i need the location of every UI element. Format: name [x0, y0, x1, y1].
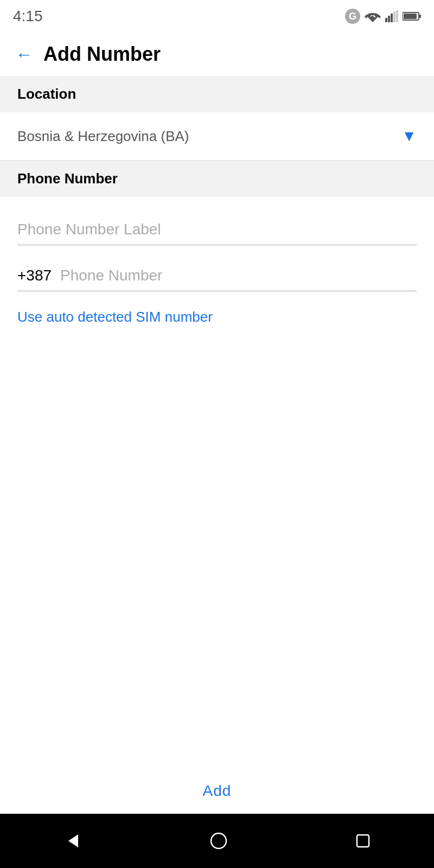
svg-rect-3 — [393, 11, 395, 22]
country-code: +387 — [17, 267, 52, 284]
battery-icon — [403, 11, 421, 21]
chevron-down-icon: ▼ — [401, 127, 417, 145]
form-area: +387 Use auto detected SIM number — [0, 197, 434, 326]
add-button-container: Add — [0, 774, 434, 808]
svg-point-9 — [211, 833, 226, 848]
nav-back-icon — [63, 831, 82, 851]
nav-back-button[interactable] — [63, 831, 82, 851]
status-icons: G — [345, 9, 421, 24]
wifi-icon — [365, 10, 381, 22]
nav-home-icon — [209, 831, 228, 851]
location-header-text: Location — [17, 86, 76, 102]
status-time: 4:15 — [13, 8, 43, 25]
nav-bar — [0, 814, 434, 868]
nav-recent-button[interactable] — [355, 833, 371, 849]
status-bar: 4:15 G — [0, 0, 434, 33]
svg-rect-4 — [396, 10, 398, 22]
phone-number-section-header: Phone Number — [0, 161, 434, 197]
app-bar: ← Add Number — [0, 33, 434, 76]
svg-rect-1 — [388, 16, 390, 22]
location-section-header: Location — [0, 76, 434, 112]
back-button[interactable]: ← — [9, 39, 39, 69]
nav-home-button[interactable] — [209, 831, 228, 851]
phone-number-input[interactable] — [60, 267, 417, 284]
back-icon: ← — [15, 44, 33, 65]
location-row[interactable]: Bosnia & Herzegovina (BA) ▼ — [0, 112, 434, 161]
add-button[interactable]: Add — [203, 782, 232, 800]
svg-rect-10 — [357, 835, 369, 847]
phone-number-label-input[interactable] — [17, 214, 417, 245]
signal-icon — [385, 10, 398, 22]
label-input-group — [17, 214, 417, 245]
selected-country: Bosnia & Herzegovina (BA) — [17, 128, 395, 145]
svg-rect-2 — [391, 14, 393, 22]
auto-sim-link[interactable]: Use auto detected SIM number — [17, 309, 213, 325]
svg-rect-6 — [419, 15, 421, 18]
nav-recent-icon — [355, 833, 371, 849]
phone-row: +387 — [17, 267, 417, 291]
svg-rect-7 — [404, 14, 417, 19]
svg-rect-0 — [385, 18, 387, 22]
svg-marker-8 — [68, 834, 78, 847]
page-title: Add Number — [43, 43, 161, 66]
phone-number-header-text: Phone Number — [17, 170, 118, 187]
g-logo-icon: G — [345, 9, 360, 24]
